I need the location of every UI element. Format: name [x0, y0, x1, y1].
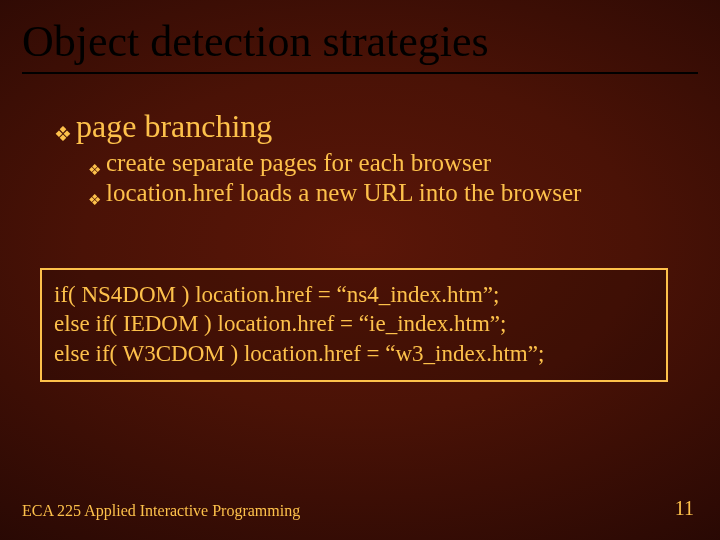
bullet-level1: ❖ page branching: [54, 108, 690, 145]
code-line: else if( W3CDOM ) location.href = “w3_in…: [54, 339, 654, 368]
footer-page-number: 11: [675, 497, 694, 520]
bullet-level2: ❖ create separate pages for each browser: [88, 149, 690, 177]
bullet-l2-text: location.href loads a new URL into the b…: [106, 179, 581, 207]
footer-course: ECA 225 Applied Interactive Programming: [22, 502, 300, 520]
slide-body: ❖ page branching ❖ create separate pages…: [54, 108, 690, 209]
bullet-level2: ❖ location.href loads a new URL into the…: [88, 179, 690, 207]
code-line: else if( IEDOM ) location.href = “ie_ind…: [54, 309, 654, 338]
diamond-bullet-icon: ❖: [88, 193, 106, 208]
slide: Object detection strategies ❖ page branc…: [0, 0, 720, 540]
code-box: if( NS4DOM ) location.href = “ns4_index.…: [40, 268, 668, 382]
bullet-l2-text: create separate pages for each browser: [106, 149, 491, 177]
code-line: if( NS4DOM ) location.href = “ns4_index.…: [54, 280, 654, 309]
bullet-l1-text: page branching: [76, 108, 272, 145]
diamond-bullet-icon: ❖: [88, 163, 106, 178]
slide-title: Object detection strategies: [22, 18, 698, 74]
diamond-bullet-icon: ❖: [54, 124, 76, 144]
bullet-level2-group: ❖ create separate pages for each browser…: [88, 149, 690, 207]
